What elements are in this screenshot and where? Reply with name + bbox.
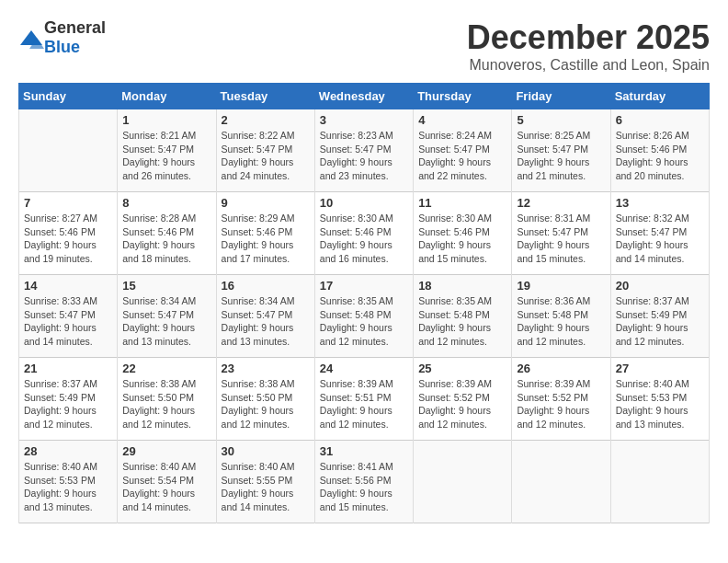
calendar-week-row: 7Sunrise: 8:27 AMSunset: 5:46 PMDaylight… (19, 192, 710, 275)
day-info: Sunrise: 8:30 AMSunset: 5:46 PMDaylight:… (418, 212, 506, 266)
calendar-week-row: 21Sunrise: 8:37 AMSunset: 5:49 PMDayligh… (19, 358, 710, 441)
day-number: 2 (222, 113, 310, 127)
day-number: 13 (616, 196, 704, 210)
calendar-cell: 26Sunrise: 8:39 AMSunset: 5:52 PMDayligh… (512, 358, 610, 441)
calendar-cell: 9Sunrise: 8:29 AMSunset: 5:46 PMDaylight… (216, 192, 314, 275)
calendar-cell: 22Sunrise: 8:38 AMSunset: 5:50 PMDayligh… (118, 358, 216, 441)
calendar-cell: 12Sunrise: 8:31 AMSunset: 5:47 PMDayligh… (512, 192, 610, 275)
day-info: Sunrise: 8:28 AMSunset: 5:46 PMDaylight:… (122, 212, 210, 266)
day-info: Sunrise: 8:23 AMSunset: 5:47 PMDaylight:… (320, 129, 408, 183)
calendar-cell: 31Sunrise: 8:41 AMSunset: 5:56 PMDayligh… (314, 441, 413, 523)
day-number: 16 (222, 279, 310, 293)
calendar-cell: 16Sunrise: 8:34 AMSunset: 5:47 PMDayligh… (216, 275, 314, 358)
calendar-cell: 24Sunrise: 8:39 AMSunset: 5:51 PMDayligh… (314, 358, 413, 441)
day-number: 3 (320, 113, 408, 127)
day-number: 23 (222, 362, 310, 375)
calendar-cell: 11Sunrise: 8:30 AMSunset: 5:46 PMDayligh… (414, 192, 512, 275)
day-number: 8 (122, 196, 210, 210)
day-info: Sunrise: 8:35 AMSunset: 5:48 PMDaylight:… (320, 294, 408, 349)
day-number: 27 (616, 362, 704, 375)
day-info: Sunrise: 8:41 AMSunset: 5:56 PMDaylight:… (320, 460, 408, 514)
calendar-cell: 18Sunrise: 8:35 AMSunset: 5:48 PMDayligh… (414, 275, 512, 358)
day-number: 15 (122, 279, 210, 293)
day-info: Sunrise: 8:33 AMSunset: 5:47 PMDaylight:… (24, 294, 112, 349)
header-cell-saturday: Saturday (610, 84, 709, 109)
day-number: 4 (418, 113, 506, 127)
day-number: 12 (517, 196, 605, 210)
calendar-cell: 17Sunrise: 8:35 AMSunset: 5:48 PMDayligh… (314, 275, 413, 358)
day-info: Sunrise: 8:39 AMSunset: 5:52 PMDaylight:… (418, 377, 506, 431)
day-number: 30 (222, 444, 310, 458)
day-info: Sunrise: 8:25 AMSunset: 5:47 PMDaylight:… (517, 129, 605, 183)
day-info: Sunrise: 8:21 AMSunset: 5:47 PMDaylight:… (122, 129, 210, 183)
day-number: 17 (320, 279, 408, 293)
header-cell-friday: Friday (512, 84, 610, 109)
calendar-cell: 30Sunrise: 8:40 AMSunset: 5:55 PMDayligh… (216, 441, 314, 523)
calendar-cell: 3Sunrise: 8:23 AMSunset: 5:47 PMDaylight… (314, 109, 413, 192)
calendar-table: SundayMondayTuesdayWednesdayThursdayFrid… (18, 83, 710, 523)
day-info: Sunrise: 8:39 AMSunset: 5:52 PMDaylight:… (517, 377, 605, 431)
day-info: Sunrise: 8:40 AMSunset: 5:53 PMDaylight:… (616, 377, 704, 431)
day-number: 28 (24, 444, 112, 458)
day-info: Sunrise: 8:40 AMSunset: 5:55 PMDaylight:… (222, 460, 310, 514)
day-info: Sunrise: 8:39 AMSunset: 5:51 PMDaylight:… (320, 377, 408, 431)
calendar-cell: 6Sunrise: 8:26 AMSunset: 5:46 PMDaylight… (610, 109, 709, 192)
day-info: Sunrise: 8:24 AMSunset: 5:47 PMDaylight:… (418, 129, 506, 183)
day-number: 1 (122, 113, 210, 127)
day-info: Sunrise: 8:31 AMSunset: 5:47 PMDaylight:… (517, 212, 605, 266)
logo: General Blue (18, 18, 106, 57)
day-info: Sunrise: 8:40 AMSunset: 5:53 PMDaylight:… (24, 460, 112, 514)
day-number: 19 (517, 279, 605, 293)
day-info: Sunrise: 8:37 AMSunset: 5:49 PMDaylight:… (616, 294, 704, 349)
calendar-week-row: 1Sunrise: 8:21 AMSunset: 5:47 PMDaylight… (19, 109, 710, 192)
day-info: Sunrise: 8:36 AMSunset: 5:48 PMDaylight:… (517, 294, 605, 349)
header-cell-sunday: Sunday (19, 84, 118, 109)
day-info: Sunrise: 8:34 AMSunset: 5:47 PMDaylight:… (122, 294, 210, 349)
calendar-cell: 14Sunrise: 8:33 AMSunset: 5:47 PMDayligh… (19, 275, 118, 358)
header-cell-wednesday: Wednesday (314, 84, 413, 109)
logo-icon (18, 29, 40, 47)
header: General Blue December 2025 Munoveros, Ca… (18, 18, 710, 74)
header-cell-tuesday: Tuesday (216, 84, 314, 109)
calendar-cell: 27Sunrise: 8:40 AMSunset: 5:53 PMDayligh… (610, 358, 709, 441)
main-title: December 2025 (467, 18, 710, 57)
calendar-cell: 8Sunrise: 8:28 AMSunset: 5:46 PMDaylight… (118, 192, 216, 275)
calendar-cell: 10Sunrise: 8:30 AMSunset: 5:46 PMDayligh… (314, 192, 413, 275)
calendar-cell: 20Sunrise: 8:37 AMSunset: 5:49 PMDayligh… (610, 275, 709, 358)
day-info: Sunrise: 8:38 AMSunset: 5:50 PMDaylight:… (122, 377, 210, 431)
day-info: Sunrise: 8:35 AMSunset: 5:48 PMDaylight:… (418, 294, 506, 349)
header-cell-monday: Monday (118, 84, 216, 109)
calendar-cell: 23Sunrise: 8:38 AMSunset: 5:50 PMDayligh… (216, 358, 314, 441)
day-number: 18 (418, 279, 506, 293)
logo-text: General Blue (44, 18, 106, 57)
day-number: 31 (320, 444, 408, 458)
calendar-header-row: SundayMondayTuesdayWednesdayThursdayFrid… (19, 84, 710, 109)
day-info: Sunrise: 8:38 AMSunset: 5:50 PMDaylight:… (222, 377, 310, 431)
day-number: 25 (418, 362, 506, 375)
day-number: 6 (616, 113, 704, 127)
calendar-cell: 2Sunrise: 8:22 AMSunset: 5:47 PMDaylight… (216, 109, 314, 192)
calendar-cell: 7Sunrise: 8:27 AMSunset: 5:46 PMDaylight… (19, 192, 118, 275)
day-info: Sunrise: 8:27 AMSunset: 5:46 PMDaylight:… (24, 212, 112, 266)
calendar-cell (610, 441, 709, 523)
calendar-cell: 29Sunrise: 8:40 AMSunset: 5:54 PMDayligh… (118, 441, 216, 523)
header-cell-thursday: Thursday (414, 84, 512, 109)
day-number: 5 (517, 113, 605, 127)
calendar-cell: 25Sunrise: 8:39 AMSunset: 5:52 PMDayligh… (414, 358, 512, 441)
day-number: 14 (24, 279, 112, 293)
day-number: 10 (320, 196, 408, 210)
calendar-cell: 13Sunrise: 8:32 AMSunset: 5:47 PMDayligh… (610, 192, 709, 275)
calendar-cell: 5Sunrise: 8:25 AMSunset: 5:47 PMDaylight… (512, 109, 610, 192)
day-number: 24 (320, 362, 408, 375)
day-info: Sunrise: 8:30 AMSunset: 5:46 PMDaylight:… (320, 212, 408, 266)
day-number: 20 (616, 279, 704, 293)
calendar-cell: 15Sunrise: 8:34 AMSunset: 5:47 PMDayligh… (118, 275, 216, 358)
calendar-week-row: 14Sunrise: 8:33 AMSunset: 5:47 PMDayligh… (19, 275, 710, 358)
day-number: 26 (517, 362, 605, 375)
day-number: 29 (122, 444, 210, 458)
day-number: 7 (24, 196, 112, 210)
calendar-cell: 4Sunrise: 8:24 AMSunset: 5:47 PMDaylight… (414, 109, 512, 192)
subtitle: Munoveros, Castille and Leon, Spain (467, 57, 710, 74)
calendar-cell (19, 109, 118, 192)
day-info: Sunrise: 8:37 AMSunset: 5:49 PMDaylight:… (24, 377, 112, 431)
